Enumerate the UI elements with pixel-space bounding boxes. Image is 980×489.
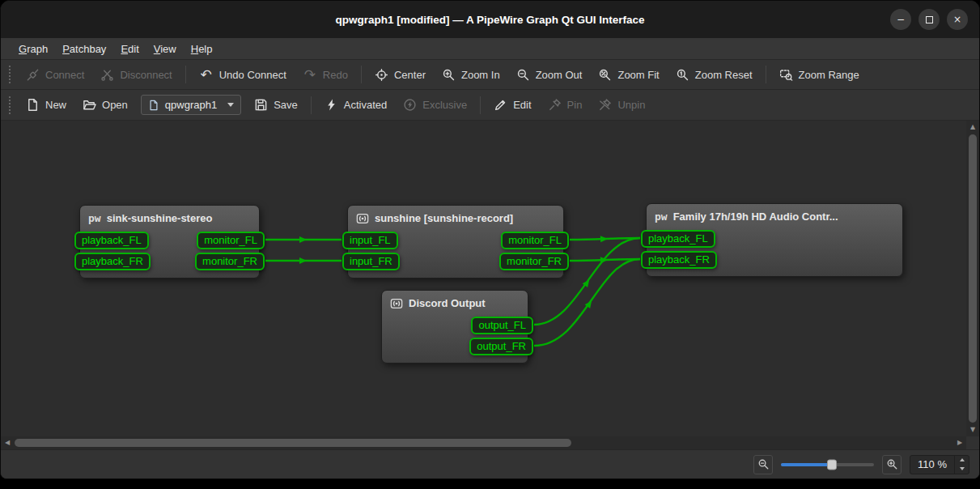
- horizontal-scrollbar-thumb[interactable]: [15, 439, 571, 447]
- graph-toolbar: Connect Disconnect ↶ Undo Connect ↷ Redo…: [1, 60, 979, 90]
- port-output[interactable]: monitor_FL: [501, 232, 569, 249]
- spin-arrows: [954, 456, 969, 474]
- graph-canvas-area: pw sink-sunshine-stereo playback_FL moni…: [1, 121, 979, 449]
- port-row: playback_FL: [647, 230, 902, 248]
- port-input[interactable]: playback_FR: [74, 253, 151, 270]
- menu-patchbay[interactable]: Patchbay: [55, 40, 113, 58]
- port-row: playback_FR: [647, 251, 902, 269]
- close-button[interactable]: ×: [947, 9, 968, 30]
- maximize-icon: [926, 16, 933, 23]
- minimize-icon: −: [897, 15, 905, 24]
- zoom-reset-button[interactable]: Zoom Reset: [668, 63, 761, 87]
- port-row: playback_FR monitor_FR: [80, 253, 259, 270]
- pin-label: Pin: [567, 99, 583, 111]
- zoom-out-button[interactable]: Zoom Out: [508, 63, 591, 87]
- zoom-slider-handle[interactable]: [827, 459, 837, 470]
- port-output[interactable]: monitor_FR: [195, 253, 265, 270]
- connection-monitorFL-playbackFL[interactable]: [570, 238, 640, 240]
- save-button[interactable]: Save: [246, 93, 306, 117]
- unpin-button[interactable]: Unpin: [590, 93, 653, 117]
- port-row: output_FL: [382, 317, 528, 334]
- menu-help[interactable]: Help: [184, 40, 220, 58]
- scroll-right-arrow[interactable]: ▶: [953, 436, 966, 449]
- zoom-in-icon: [886, 458, 898, 470]
- connect-label: Connect: [45, 69, 84, 81]
- connection-monitorFR-playbackFR[interactable]: [570, 259, 640, 261]
- toolbar-separator: [480, 96, 481, 114]
- exclusive-toggle[interactable]: Exclusive: [395, 93, 475, 117]
- edit-button[interactable]: Edit: [486, 93, 539, 117]
- port-output[interactable]: output_FR: [469, 338, 533, 355]
- spin-down-button[interactable]: [955, 465, 969, 474]
- down-arrow-icon: [960, 467, 965, 470]
- chevron-down-icon: [227, 103, 234, 107]
- node-title: Family 17h/19h HD Audio Contr...: [673, 210, 894, 224]
- node-sunshine-record[interactable]: sunshine [sunshine-record] input_FL moni…: [347, 205, 564, 279]
- window-title: qpwgraph1 [modified] — A PipeWire Graph …: [335, 14, 644, 26]
- unpin-icon: [598, 98, 612, 112]
- zoom-in-icon: [442, 68, 456, 82]
- zoom-out-icon: [516, 68, 530, 82]
- zoom-out-icon: [757, 458, 770, 470]
- port-input[interactable]: input_FL: [342, 232, 398, 249]
- pin-button[interactable]: Pin: [540, 93, 591, 117]
- toolbar-separator: [185, 66, 186, 83]
- minimize-button[interactable]: −: [890, 9, 911, 30]
- port-input[interactable]: playback_FR: [641, 251, 717, 269]
- zoom-in-label: Zoom In: [461, 69, 500, 81]
- patchbay-file-combobox[interactable]: qpwgraph1: [141, 95, 241, 115]
- undo-connect-button[interactable]: ↶ Undo Connect: [191, 64, 295, 86]
- port-row: input_FL monitor_FL: [348, 232, 563, 249]
- new-button[interactable]: New: [18, 93, 74, 117]
- open-button[interactable]: Open: [74, 93, 136, 117]
- toolbar-separator: [361, 66, 362, 83]
- scroll-down-arrow[interactable]: ▼: [966, 423, 979, 436]
- port-output[interactable]: monitor_FL: [197, 232, 265, 249]
- maximize-button[interactable]: [918, 9, 940, 30]
- port-input[interactable]: playback_FL: [74, 232, 149, 249]
- zoom-in-button[interactable]: Zoom In: [434, 63, 508, 87]
- zoom-reset-label: Zoom Reset: [695, 69, 753, 81]
- graph-canvas[interactable]: pw sink-sunshine-stereo playback_FL moni…: [1, 121, 966, 436]
- node-header: sunshine [sunshine-record]: [348, 206, 563, 230]
- scroll-up-arrow[interactable]: ▲: [966, 121, 979, 134]
- redo-button[interactable]: ↷ Redo: [295, 64, 356, 86]
- menu-view[interactable]: View: [146, 40, 184, 58]
- menu-edit[interactable]: Edit: [113, 40, 146, 58]
- toolbar-drag-handle[interactable]: [9, 66, 11, 83]
- statusbar-zoom-in-button[interactable]: [882, 455, 902, 474]
- port-list: output_FL output_FR: [382, 315, 528, 363]
- node-header: Discord Output: [382, 291, 528, 315]
- port-input[interactable]: playback_FL: [641, 230, 715, 248]
- node-family-hd-audio[interactable]: pw Family 17h/19h HD Audio Contr... play…: [646, 203, 903, 277]
- statusbar-zoom-out-button[interactable]: [753, 455, 773, 474]
- center-button[interactable]: Center: [367, 63, 434, 87]
- spin-up-button[interactable]: [955, 456, 969, 465]
- zoom-spinbox[interactable]: 110 %: [910, 455, 969, 474]
- toolbar-drag-handle[interactable]: [9, 96, 11, 114]
- connect-button[interactable]: Connect: [18, 63, 92, 87]
- menu-graph[interactable]: Graph: [11, 40, 55, 58]
- scroll-left-arrow[interactable]: ◀: [1, 436, 14, 449]
- zoom-fit-button[interactable]: Zoom Fit: [590, 63, 667, 87]
- vertical-scrollbar[interactable]: ▲ ▼: [966, 121, 979, 436]
- zoom-fit-label: Zoom Fit: [617, 69, 659, 81]
- up-arrow-icon: [960, 458, 965, 461]
- disconnect-button[interactable]: Disconnect: [92, 63, 180, 87]
- horizontal-scrollbar[interactable]: ◀ ▶: [1, 436, 966, 449]
- port-output[interactable]: output_FL: [471, 317, 533, 334]
- port-output[interactable]: monitor_FR: [499, 253, 569, 270]
- scrollbar-corner: [966, 436, 979, 449]
- node-title: sunshine [sunshine-record]: [375, 211, 555, 226]
- vertical-scrollbar-thumb[interactable]: [969, 134, 977, 423]
- node-discord-output[interactable]: Discord Output output_FL output_FR: [381, 290, 528, 364]
- zoom-slider[interactable]: [781, 463, 874, 466]
- titlebar[interactable]: qpwgraph1 [modified] — A PipeWire Graph …: [1, 1, 979, 38]
- port-list: playback_FL playback_FR: [647, 228, 902, 276]
- window-controls: − ×: [890, 9, 968, 30]
- activated-toggle[interactable]: Activated: [316, 93, 395, 117]
- zoom-range-button[interactable]: Zoom Range: [771, 63, 868, 87]
- pipewire-icon: pw: [88, 213, 101, 224]
- port-input[interactable]: input_FR: [342, 253, 400, 270]
- node-sink-sunshine-stereo[interactable]: pw sink-sunshine-stereo playback_FL moni…: [79, 205, 260, 279]
